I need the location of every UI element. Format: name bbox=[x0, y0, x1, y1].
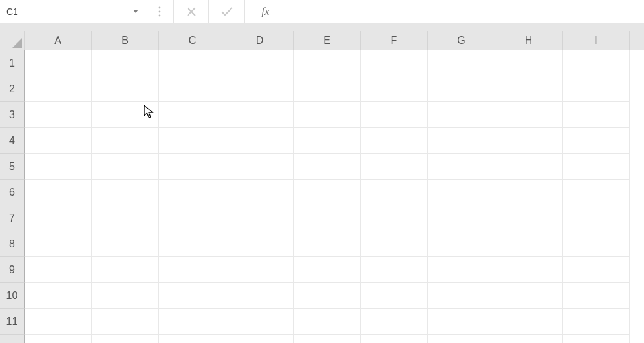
cell[interactable] bbox=[25, 283, 92, 309]
cell[interactable] bbox=[294, 76, 361, 102]
cell[interactable] bbox=[226, 102, 294, 128]
cell[interactable] bbox=[563, 231, 630, 257]
row-header[interactable]: 9 bbox=[0, 257, 25, 283]
cell[interactable] bbox=[428, 102, 495, 128]
cell[interactable] bbox=[25, 309, 92, 335]
cell[interactable] bbox=[226, 180, 294, 205]
cell[interactable] bbox=[159, 257, 226, 283]
cell[interactable] bbox=[159, 76, 226, 102]
cell[interactable] bbox=[563, 205, 630, 231]
cell[interactable] bbox=[25, 76, 92, 102]
cell[interactable] bbox=[361, 154, 428, 180]
column-header[interactable]: C bbox=[159, 31, 226, 50]
insert-function-button[interactable]: fx bbox=[245, 0, 286, 23]
cell[interactable] bbox=[25, 205, 92, 231]
cell[interactable] bbox=[294, 128, 361, 154]
cell[interactable] bbox=[25, 335, 92, 343]
cell[interactable] bbox=[92, 309, 159, 335]
cell[interactable] bbox=[159, 205, 226, 231]
cell[interactable] bbox=[563, 257, 630, 283]
cell[interactable] bbox=[159, 309, 226, 335]
column-header[interactable]: A bbox=[25, 31, 92, 50]
row-header[interactable]: 2 bbox=[0, 76, 25, 102]
cell[interactable] bbox=[92, 76, 159, 102]
cell[interactable] bbox=[428, 257, 495, 283]
cell[interactable] bbox=[159, 50, 226, 76]
cell[interactable] bbox=[563, 335, 630, 343]
cell[interactable] bbox=[495, 283, 563, 309]
more-options-button[interactable] bbox=[145, 0, 174, 23]
cell[interactable] bbox=[563, 180, 630, 205]
cell[interactable] bbox=[563, 102, 630, 128]
cell[interactable] bbox=[294, 205, 361, 231]
cell[interactable] bbox=[563, 76, 630, 102]
cell[interactable] bbox=[428, 76, 495, 102]
cell[interactable] bbox=[495, 231, 563, 257]
cell[interactable] bbox=[428, 283, 495, 309]
cell[interactable] bbox=[428, 128, 495, 154]
cell[interactable] bbox=[226, 128, 294, 154]
cell[interactable] bbox=[92, 283, 159, 309]
cell[interactable] bbox=[226, 205, 294, 231]
cell[interactable] bbox=[92, 128, 159, 154]
cell[interactable] bbox=[92, 102, 159, 128]
cell[interactable] bbox=[226, 154, 294, 180]
row-header[interactable]: 6 bbox=[0, 180, 25, 205]
cell[interactable] bbox=[226, 283, 294, 309]
cell[interactable] bbox=[361, 283, 428, 309]
cell[interactable] bbox=[563, 283, 630, 309]
cell[interactable] bbox=[226, 76, 294, 102]
name-box[interactable] bbox=[0, 0, 129, 23]
cell[interactable] bbox=[428, 205, 495, 231]
row-header[interactable]: 1 bbox=[0, 50, 25, 76]
cell[interactable] bbox=[361, 205, 428, 231]
cell[interactable] bbox=[92, 231, 159, 257]
cell[interactable] bbox=[159, 154, 226, 180]
cell[interactable] bbox=[226, 309, 294, 335]
cell[interactable] bbox=[361, 128, 428, 154]
column-header[interactable]: B bbox=[92, 31, 159, 50]
cell[interactable] bbox=[25, 50, 92, 76]
cell[interactable] bbox=[92, 154, 159, 180]
cell[interactable] bbox=[294, 180, 361, 205]
cell[interactable] bbox=[159, 231, 226, 257]
cell[interactable] bbox=[428, 231, 495, 257]
cell[interactable] bbox=[294, 309, 361, 335]
row-header[interactable]: 11 bbox=[0, 309, 25, 335]
cell[interactable] bbox=[361, 76, 428, 102]
cell[interactable] bbox=[495, 50, 563, 76]
cell[interactable] bbox=[361, 180, 428, 205]
cell[interactable] bbox=[226, 50, 294, 76]
cell[interactable] bbox=[361, 50, 428, 76]
column-header[interactable]: F bbox=[361, 31, 428, 50]
cell[interactable] bbox=[495, 257, 563, 283]
column-header[interactable]: I bbox=[563, 31, 630, 50]
cell[interactable] bbox=[495, 309, 563, 335]
cell[interactable] bbox=[495, 154, 563, 180]
cell[interactable] bbox=[428, 335, 495, 343]
column-header[interactable]: G bbox=[428, 31, 495, 50]
cell[interactable] bbox=[428, 154, 495, 180]
cell[interactable] bbox=[495, 76, 563, 102]
cell[interactable] bbox=[25, 154, 92, 180]
cell[interactable] bbox=[92, 335, 159, 343]
cell[interactable] bbox=[563, 50, 630, 76]
cell[interactable] bbox=[92, 205, 159, 231]
column-header[interactable]: E bbox=[294, 31, 361, 50]
cell[interactable] bbox=[159, 128, 226, 154]
cell[interactable] bbox=[563, 309, 630, 335]
cell[interactable] bbox=[159, 180, 226, 205]
row-header[interactable]: 5 bbox=[0, 154, 25, 180]
cell[interactable] bbox=[159, 283, 226, 309]
row-header[interactable]: 3 bbox=[0, 102, 25, 128]
cell[interactable] bbox=[294, 50, 361, 76]
cell[interactable] bbox=[428, 309, 495, 335]
cell[interactable] bbox=[92, 50, 159, 76]
cell[interactable] bbox=[92, 180, 159, 205]
select-all-corner[interactable] bbox=[0, 31, 25, 50]
cell[interactable] bbox=[495, 205, 563, 231]
cell[interactable] bbox=[495, 102, 563, 128]
row-header[interactable]: 12 bbox=[0, 335, 25, 343]
cell[interactable] bbox=[25, 128, 92, 154]
cell[interactable] bbox=[159, 102, 226, 128]
